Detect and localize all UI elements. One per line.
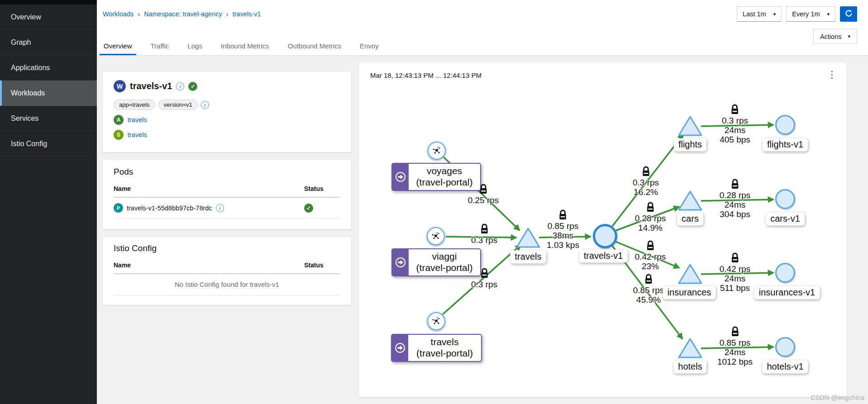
- graph-node-insurances-v1[interactable]: [775, 263, 795, 283]
- lock-icon: [730, 252, 740, 264]
- breadcrumb-workload-name[interactable]: travels-v1: [233, 10, 261, 18]
- graph-edge-label[interactable]: 0.85 rps45.9%: [633, 274, 664, 304]
- health-check-icon: ✓: [188, 82, 197, 91]
- graph-edge-label[interactable]: 0.25 rps: [468, 184, 499, 205]
- sidebar-item-graph[interactable]: Graph: [0, 30, 97, 55]
- graph-node-label-insurances[interactable]: insurances: [663, 286, 716, 299]
- sidebar-item-services[interactable]: Services: [0, 106, 97, 131]
- graph-edge-label[interactable]: 0.42 rps24ms511 bps: [720, 252, 751, 293]
- tab-traffic[interactable]: Traffic: [147, 37, 173, 55]
- column-name: Name: [114, 261, 304, 269]
- pod-info-icon[interactable]: i: [216, 204, 224, 212]
- graph-header: Mar 18, 12:43:13 PM ... 12:44:13 PM ⋮: [359, 62, 847, 79]
- chevron-down-icon: ▾: [827, 11, 830, 17]
- graph-node-flights-v1[interactable]: [775, 115, 795, 135]
- graph-node-label-cars-v1[interactable]: cars-v1: [766, 213, 805, 226]
- graph-node-travels[interactable]: [515, 226, 541, 251]
- tab-envoy[interactable]: Envoy: [356, 37, 383, 55]
- pods-card-title: Pods: [114, 167, 340, 177]
- mesh-root-icon: [431, 316, 442, 327]
- chevron-down-icon: ▾: [848, 33, 850, 39]
- info-icon[interactable]: i: [176, 82, 184, 90]
- pod-table-row: P travels-v1-55d8bb97cb-78rdc i ✓: [114, 198, 340, 219]
- application-link[interactable]: travels: [128, 116, 147, 124]
- graph-edge-label[interactable]: 0.28 rps24ms304 bps: [720, 179, 751, 219]
- labels-info-icon[interactable]: i: [201, 101, 209, 109]
- workload-detail-column: W travels-v1 i ✓ app=travels version=v1 …: [103, 72, 351, 313]
- content-area: W travels-v1 i ✓ app=travels version=v1 …: [97, 55, 868, 397]
- sidebar-item-workloads[interactable]: Workloads: [0, 81, 97, 106]
- graph-node-insurances[interactable]: [677, 262, 703, 287]
- chevron-down-icon: ▾: [773, 11, 776, 17]
- graph-node-label-travels[interactable]: travels: [510, 251, 546, 264]
- refresh-interval-select[interactable]: Every 1m ▾: [786, 6, 835, 22]
- service-badge: S: [114, 130, 124, 140]
- graph-node-viaggi-root[interactable]: [427, 227, 445, 245]
- lock-icon: [479, 223, 490, 235]
- istio-config-card: Istio Config Name Status No Istio Config…: [103, 237, 351, 305]
- refresh-button[interactable]: [840, 6, 857, 22]
- graph-node-label-insurances-v1[interactable]: insurances-v1: [754, 286, 820, 299]
- service-link[interactable]: travels: [128, 131, 147, 138]
- graph-node-cars-v1[interactable]: [775, 189, 795, 209]
- istio-card-title: Istio Config: [114, 243, 340, 253]
- breadcrumb-namespace[interactable]: Namespace: travel-agency: [144, 10, 222, 18]
- tab-inbound-metrics[interactable]: Inbound Metrics: [217, 37, 273, 55]
- graph-node-label-hotels[interactable]: hotels: [673, 361, 706, 374]
- graph-node-hotels-v1[interactable]: [775, 337, 795, 357]
- masthead-strip: [0, 0, 97, 5]
- breadcrumb-workloads[interactable]: Workloads: [103, 10, 134, 18]
- kebab-menu-icon[interactable]: ⋮: [827, 71, 837, 79]
- sidebar-item-overview[interactable]: Overview: [0, 5, 97, 30]
- graph-node-label-cars[interactable]: cars: [677, 213, 703, 226]
- graph-node-label-flights-v1[interactable]: flights-v1: [763, 138, 808, 152]
- graph-node-cars[interactable]: [677, 189, 703, 214]
- sidebar-nav: Overview Graph Applications Workloads Se…: [0, 0, 97, 404]
- duration-select[interactable]: Last 1m ▾: [737, 6, 782, 22]
- time-controls: Last 1m ▾ Every 1m ▾: [737, 6, 857, 22]
- graph-node-travels-v1[interactable]: [593, 224, 617, 248]
- graph-edge-label[interactable]: 0.85 rps24ms1012 bps: [717, 326, 753, 366]
- graph-app-box-viaggi[interactable]: viaggi(travel-portal): [391, 248, 481, 276]
- pod-status-icon: ✓: [304, 204, 313, 213]
- column-status: Status: [304, 185, 340, 192]
- lock-icon: [730, 104, 740, 115]
- arrow-right-icon: [395, 171, 406, 182]
- sidebar-item-applications[interactable]: Applications: [0, 55, 97, 81]
- tab-logs[interactable]: Logs: [183, 37, 206, 55]
- lock-icon: [478, 184, 489, 195]
- graph-edge-label[interactable]: 0.3 rps: [471, 268, 497, 289]
- graph-node-travels-root[interactable]: [427, 312, 445, 330]
- arrow-right-icon: [395, 257, 406, 268]
- istio-table-header: Name Status: [114, 261, 340, 274]
- graph-node-label-hotels-v1[interactable]: hotels-v1: [762, 361, 808, 374]
- graph-node-voyages-root[interactable]: [428, 142, 446, 160]
- tab-outbound-metrics[interactable]: Outbound Metrics: [284, 37, 345, 55]
- lock-icon: [641, 166, 651, 177]
- graph-edge-label[interactable]: 0.42 rps23%: [635, 240, 666, 271]
- tab-overview[interactable]: Overview: [100, 37, 136, 55]
- actions-label: Actions: [820, 33, 842, 40]
- graph-node-flights[interactable]: [677, 114, 703, 139]
- workload-name: travels-v1: [130, 81, 172, 91]
- chevron-right-icon: ›: [226, 10, 229, 18]
- graph-edge-label[interactable]: 0.85 rps38ms1.03 kps: [547, 209, 579, 250]
- lock-icon: [558, 209, 568, 221]
- mesh-root-icon: [431, 145, 442, 156]
- graph-edge-label[interactable]: 0.28 rps14.9%: [635, 202, 666, 233]
- lock-icon: [645, 240, 656, 252]
- graph-node-label-flights[interactable]: flights: [674, 138, 706, 152]
- graph-app-box-travels[interactable]: travels(travel-portal): [391, 334, 482, 362]
- lock-icon: [730, 179, 740, 190]
- watermark: CSDN @engchina: [811, 394, 864, 401]
- mesh-root-icon: [430, 231, 441, 242]
- breadcrumb: Workloads › Namespace: travel-agency › t…: [103, 10, 261, 18]
- actions-dropdown[interactable]: Actions ▾: [813, 29, 857, 44]
- graph-edge-label[interactable]: 0.3 rps: [471, 223, 497, 245]
- graph-node-label-travels-v1[interactable]: travels-v1: [579, 250, 628, 263]
- graph-edge-label[interactable]: 0.3 rps24ms405 bps: [720, 104, 750, 144]
- graph-node-hotels[interactable]: [677, 337, 703, 361]
- sidebar-item-istio-config[interactable]: Istio Config: [0, 131, 97, 157]
- pod-badge: P: [114, 203, 123, 213]
- graph-edge-label[interactable]: 0.3 rps16.2%: [633, 166, 659, 197]
